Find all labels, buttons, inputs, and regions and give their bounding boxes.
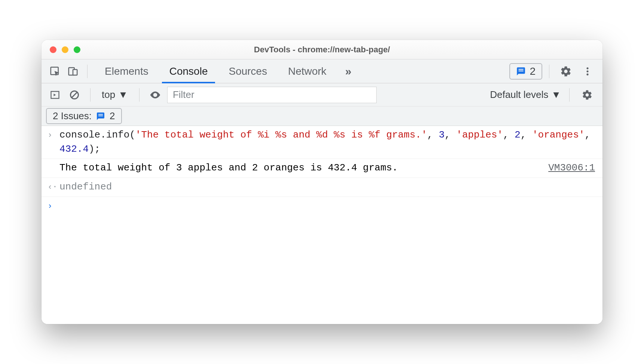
tab-network[interactable]: Network (277, 59, 337, 83)
divider (569, 88, 570, 102)
console-input-code[interactable]: console.info('The total weight of %i %s … (59, 128, 595, 156)
context-label: top (102, 89, 115, 101)
filter-input[interactable] (167, 87, 377, 103)
main-tabs-row: ElementsConsoleSourcesNetwork » 2 (42, 59, 602, 83)
console-return-row: ›⋅ undefined (42, 178, 602, 197)
issues-row: 2 Issues: 2 (42, 107, 602, 126)
divider (90, 88, 91, 102)
issues-counter-badge[interactable]: 2 (509, 63, 542, 80)
divider (87, 65, 88, 78)
console-toolbar: top ▼ Default levels ▼ (42, 83, 602, 107)
levels-label: Default levels (490, 89, 548, 101)
tab-sources[interactable]: Sources (218, 59, 277, 83)
dropdown-caret-icon: ▼ (118, 89, 128, 101)
clear-console-icon[interactable] (67, 87, 82, 102)
minimize-window-button[interactable] (62, 46, 68, 53)
more-tabs-button[interactable]: » (340, 65, 357, 78)
close-window-button[interactable] (50, 46, 56, 53)
device-toggle-icon[interactable] (65, 64, 80, 79)
tab-console[interactable]: Console (159, 59, 218, 83)
issues-icon (96, 112, 105, 121)
console-return-value: undefined (59, 180, 595, 194)
maximize-window-button[interactable] (74, 46, 80, 53)
divider (549, 65, 549, 78)
console-body: › console.info('The total weight of %i %… (42, 126, 602, 324)
output-gutter (47, 161, 59, 163)
return-caret-icon: ›⋅ (47, 180, 59, 194)
inspect-element-icon[interactable] (47, 64, 62, 79)
dropdown-caret-icon: ▼ (551, 89, 561, 101)
source-link[interactable]: VM3006:1 (548, 161, 595, 175)
traffic-lights (50, 46, 80, 53)
svg-line-8 (72, 92, 77, 98)
context-selector[interactable]: top ▼ (99, 87, 131, 102)
svg-point-3 (586, 67, 588, 69)
console-input-row: › console.info('The total weight of %i %… (42, 126, 602, 159)
toggle-sidebar-icon[interactable] (47, 87, 62, 102)
svg-rect-2 (73, 70, 77, 75)
issues-icon (516, 67, 526, 76)
input-caret-icon: › (47, 128, 59, 142)
issues-count: 2 (110, 110, 115, 122)
titlebar: DevTools - chrome://new-tab-page/ (42, 40, 602, 59)
window-title: DevTools - chrome://new-tab-page/ (42, 45, 602, 55)
divider (139, 88, 139, 102)
console-prompt-row[interactable]: › (42, 197, 602, 215)
live-expression-eye-icon[interactable] (148, 87, 163, 102)
log-levels-selector[interactable]: Default levels ▼ (490, 89, 561, 101)
prompt-caret-icon: › (47, 199, 59, 213)
devtools-window: DevTools - chrome://new-tab-page/ Elemen… (42, 40, 602, 324)
svg-point-5 (586, 73, 588, 75)
tabs: ElementsConsoleSourcesNetwork (94, 59, 337, 83)
issues-count: 2 (530, 65, 536, 77)
tab-elements[interactable]: Elements (94, 59, 159, 83)
more-options-icon[interactable] (579, 66, 597, 77)
issues-label: 2 Issues: (53, 110, 92, 122)
settings-gear-icon[interactable] (556, 65, 576, 77)
console-output-text: The total weight of 3 apples and 2 orang… (59, 161, 539, 175)
console-settings-gear-icon[interactable] (578, 89, 597, 101)
issues-chip[interactable]: 2 Issues: 2 (46, 108, 122, 124)
svg-point-4 (586, 70, 588, 72)
console-output-row: The total weight of 3 apples and 2 orang… (42, 159, 602, 178)
